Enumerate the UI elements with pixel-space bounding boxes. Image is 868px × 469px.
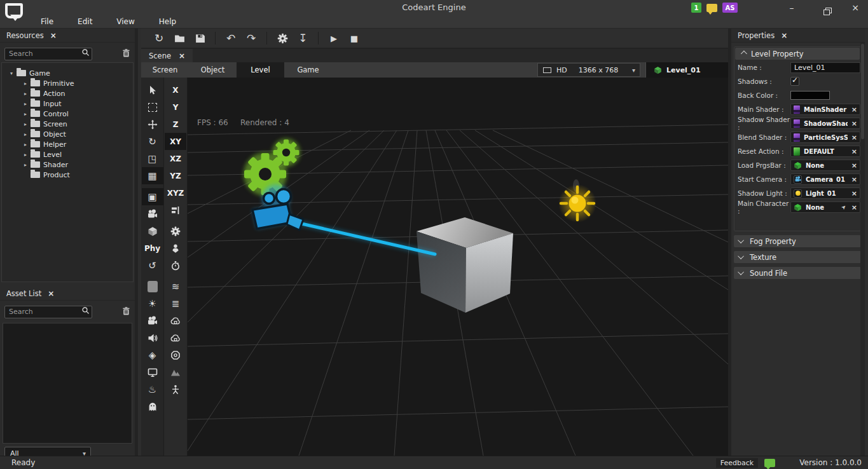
blend-shader-chip[interactable]: ParticleSysSha × (790, 132, 860, 143)
eye-object-button[interactable]: ◈ (142, 346, 163, 364)
shadows-checkbox[interactable]: ✓ (790, 77, 799, 86)
expand-arrow-icon[interactable]: ▸ (22, 91, 29, 97)
terrain-button[interactable] (165, 364, 186, 381)
cloud-upload-button[interactable] (165, 312, 186, 329)
reset-view-button[interactable]: ↺ (142, 257, 163, 274)
cloud-download-button[interactable] (165, 329, 186, 346)
trash-icon[interactable] (121, 48, 131, 58)
chat-icon[interactable] (706, 4, 717, 12)
tab-properties[interactable]: Properties × (731, 31, 794, 40)
tree-item[interactable]: Product (2, 170, 133, 180)
axis-z-button[interactable]: Z (165, 116, 186, 133)
scene-3d[interactable] (188, 78, 728, 456)
move-tool-button[interactable] (142, 116, 163, 133)
resolution-dropdown[interactable]: HD 1366 x 768 ▾ (537, 63, 640, 77)
audio-object-button[interactable] (142, 329, 163, 346)
expand-arrow-icon[interactable]: ▸ (22, 81, 29, 86)
tree-item[interactable]: ▸Control (2, 109, 133, 119)
reload-button[interactable]: ↻ (149, 31, 169, 46)
tree-item[interactable]: ▸Input (2, 99, 133, 109)
tree-item[interactable]: ▸Object (2, 129, 133, 139)
nut-button[interactable] (165, 346, 186, 364)
load-prgsbar-chip[interactable]: None × (790, 160, 860, 171)
remove-icon[interactable]: × (851, 189, 857, 198)
asset-list-area[interactable] (3, 323, 132, 444)
ghost-object-button[interactable] (142, 398, 163, 415)
sound-file-header[interactable]: Sound File (734, 267, 861, 279)
expand-arrow-icon[interactable]: ▾ (8, 71, 15, 76)
viewport-canvas[interactable]: FPS : 66 Rendered : 4 (188, 78, 728, 456)
expand-arrow-icon[interactable]: ▸ (22, 111, 29, 117)
scene-cube[interactable] (417, 217, 513, 313)
name-input[interactable] (790, 62, 860, 73)
display-object-button[interactable] (142, 364, 163, 381)
rotate-tool-button[interactable]: ↻ (142, 133, 163, 150)
tab-level[interactable]: Level (237, 62, 284, 78)
tree-item[interactable]: ▸Screen (2, 119, 133, 129)
tab-asset-list[interactable]: Asset List × (0, 289, 60, 298)
frame-select-button[interactable]: ▣ (142, 188, 163, 205)
picker-pointer-icon[interactable]: ➤ (840, 203, 848, 211)
axis-y-button[interactable]: Y (165, 99, 186, 116)
character-pin-button[interactable] (165, 240, 186, 257)
align-button[interactable] (165, 201, 186, 219)
light-object-button[interactable]: ☀ (142, 295, 163, 312)
view-camera-button[interactable] (142, 205, 163, 222)
axis-x-button[interactable]: X (165, 81, 186, 99)
timer-button[interactable] (165, 257, 186, 274)
main-character-chip[interactable]: None ➤ × (790, 201, 860, 213)
menu-edit[interactable]: Edit (70, 16, 100, 27)
expand-arrow-icon[interactable]: ▸ (22, 101, 29, 107)
redo-button[interactable]: ↷ (242, 31, 261, 46)
fog-property-header[interactable]: Fog Property (734, 235, 861, 247)
axis-xy-button[interactable]: XY (165, 133, 186, 150)
remove-icon[interactable]: × (851, 105, 857, 114)
menu-view[interactable]: View (109, 16, 142, 27)
expand-arrow-icon[interactable]: ▸ (22, 132, 29, 137)
camera-object-button[interactable] (142, 312, 163, 329)
remove-icon[interactable]: × (851, 203, 857, 212)
expand-arrow-icon[interactable]: ▸ (22, 121, 29, 127)
trash-icon[interactable] (121, 306, 131, 316)
close-icon[interactable]: × (48, 289, 54, 298)
remove-icon[interactable]: × (851, 133, 857, 142)
feedback-button[interactable]: Feedback (716, 458, 758, 468)
save-button[interactable] (190, 31, 209, 46)
axis-xyz-button[interactable]: XYZ (165, 184, 186, 201)
properties-scrollbar[interactable] (860, 43, 865, 456)
tree-item[interactable]: ▸Helper (2, 139, 133, 149)
select-tool-button[interactable] (142, 81, 163, 99)
tab-object[interactable]: Object (189, 62, 237, 78)
axis-yz-button[interactable]: YZ (165, 167, 186, 184)
marquee-select-button[interactable] (142, 99, 163, 116)
expand-arrow-icon[interactable]: ▸ (22, 162, 29, 168)
tree-item[interactable]: ▸Primitive (2, 78, 133, 88)
tree-item[interactable]: ▸Level (2, 149, 133, 160)
scale-tool-button[interactable]: ◳ (142, 150, 163, 167)
texture-header[interactable]: Texture (734, 251, 861, 263)
reset-action-chip[interactable]: DEFAULT × (790, 146, 860, 157)
tab-screen[interactable]: Screen (141, 62, 189, 78)
menu-file[interactable]: File (33, 16, 61, 27)
open-button[interactable] (170, 31, 189, 46)
scene-light[interactable] (558, 179, 596, 222)
flame-object-button[interactable]: ♨ (142, 381, 163, 398)
asset-search-input[interactable] (4, 306, 92, 318)
tree-item[interactable]: ▸Action (2, 88, 133, 99)
start-camera-chip[interactable]: Camera_01 × (790, 173, 860, 185)
undo-button[interactable]: ↶ (221, 31, 240, 46)
tab-scene[interactable]: Scene × (141, 49, 193, 62)
humanoid-button[interactable] (165, 381, 186, 398)
tab-game[interactable]: Game (284, 62, 332, 78)
resources-search-input[interactable] (4, 48, 92, 60)
shadow-light-chip[interactable]: Light_01 × (790, 187, 860, 199)
notification-badge[interactable]: 1 (691, 3, 701, 13)
close-icon[interactable]: × (781, 31, 787, 40)
play-button[interactable]: ▶ (324, 31, 343, 46)
layers-button[interactable]: ≣ (165, 295, 186, 312)
remove-icon[interactable]: × (851, 147, 857, 156)
minimize-button[interactable]: – (785, 3, 798, 13)
tree-item[interactable]: ▸Shader (2, 160, 133, 170)
menu-help[interactable]: Help (151, 16, 184, 27)
feedback-chat-icon[interactable] (764, 459, 775, 467)
